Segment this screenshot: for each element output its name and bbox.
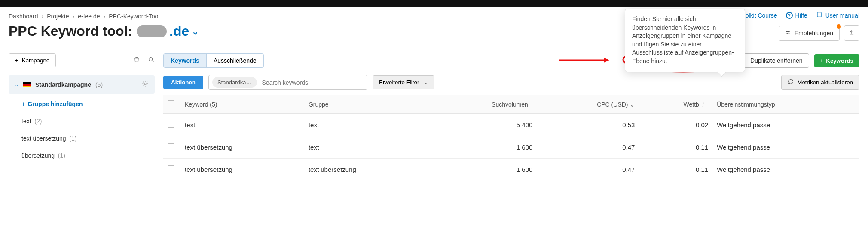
chevron-down-icon[interactable]: ⌄ — [192, 26, 199, 37]
sort-icon: ≡ — [219, 102, 221, 107]
cell-group: text übersetzung — [304, 159, 428, 181]
advanced-filter-button[interactable]: Erweiterte Filter⌄ — [373, 75, 434, 89]
cell-keyword: text — [180, 114, 304, 136]
chevron-down-icon: ⌄ — [630, 101, 635, 108]
sort-icon: ≡ — [706, 102, 708, 107]
refresh-icon — [788, 79, 794, 86]
cell-group: text — [304, 136, 428, 159]
plus-icon: + — [21, 101, 25, 107]
row-checkbox[interactable] — [168, 121, 174, 128]
add-campaign-button[interactable]: + Kampagne — [9, 53, 56, 67]
svg-point-3 — [144, 83, 146, 85]
table-row: text übersetzungtext1 6000,470,11Weitgeh… — [163, 136, 859, 159]
cell-cpc: 0,47 — [537, 159, 639, 181]
cell-volume: 1 600 — [428, 159, 537, 181]
tab-keywords[interactable]: Keywords — [164, 54, 206, 67]
sidebar-group-item[interactable]: übersetzung (1) — [21, 147, 155, 164]
col-comp[interactable]: Wettb. i≡ — [639, 95, 712, 114]
domain-masked — [137, 25, 167, 37]
col-group[interactable]: Gruppe≡ — [304, 95, 428, 114]
filter-chip[interactable]: Standardka… — [212, 77, 257, 88]
cell-match: Weitgehend passe — [712, 136, 859, 159]
cell-cpc: 0,53 — [537, 114, 639, 136]
keywords-table: Keyword (5)≡ Gruppe≡ Suchvolumen≡ CPC (U… — [163, 95, 859, 181]
sort-icon: ≡ — [530, 102, 532, 107]
sidebar-group-item[interactable]: text (2) — [21, 113, 155, 130]
tooltip-text: Finden Sie hier alle sich überschneidend… — [632, 15, 734, 64]
chevron-down-icon: ⌄ — [423, 79, 428, 86]
add-keywords-button[interactable]: +Keywords — [814, 54, 860, 67]
svg-marker-5 — [604, 58, 609, 63]
col-match[interactable]: Übereinstimmungstyp — [712, 95, 859, 114]
cross-negatives-tooltip: Finden Sie hier alle sich überschneidend… — [625, 9, 745, 72]
svg-point-0 — [788, 31, 789, 32]
cell-volume: 5 400 — [428, 114, 537, 136]
cell-match: Weitgehend passe — [712, 114, 859, 136]
col-volume[interactable]: Suchvolumen≡ — [428, 95, 537, 114]
remove-duplicates-button[interactable]: Duplikate entfernen — [744, 53, 809, 68]
chevron-down-icon[interactable]: ⌄ — [15, 82, 19, 88]
app-topbar — [0, 0, 868, 7]
breadcrumb: Dashboard› Projekte› e-fee.de› PPC-Keywo… — [9, 11, 199, 23]
question-icon: ? — [786, 12, 793, 19]
campaign-item[interactable]: ⌄ Standardkampagne (5) — [9, 75, 155, 94]
add-group-button[interactable]: +Gruppe hinzufügen — [21, 95, 155, 113]
gear-icon[interactable] — [142, 80, 149, 89]
refresh-metrics-button[interactable]: Metriken aktualisieren — [781, 75, 859, 90]
user-manual-link[interactable]: User manual — [816, 11, 859, 19]
top-links: olkit Course ?Hilfe User manual — [746, 11, 859, 19]
cell-cpc: 0,47 — [537, 136, 639, 159]
plus-icon: + — [820, 58, 824, 64]
search-icon[interactable] — [148, 56, 155, 64]
cell-keyword: text übersetzung — [180, 136, 304, 159]
tab-negative[interactable]: Ausschließende — [206, 54, 263, 67]
col-cpc[interactable]: CPC (USD) ⌄ — [537, 95, 639, 114]
svg-point-2 — [149, 58, 153, 61]
sidebar: + Kampagne ⌄ Standardkampagne (5) +Grupp… — [9, 53, 155, 181]
campaign-count: (5) — [95, 81, 103, 88]
keyword-type-tabs: Keywords Ausschließende — [163, 53, 264, 68]
breadcrumb-item[interactable]: Dashboard — [9, 13, 38, 20]
arrow-annotation — [559, 56, 610, 66]
cell-group: text — [304, 114, 428, 136]
sidebar-group-item[interactable]: text übersetzung (1) — [21, 130, 155, 147]
cell-comp: 0,11 — [639, 159, 712, 181]
cell-comp: 0,02 — [639, 114, 712, 136]
share-button[interactable] — [844, 25, 859, 41]
page-title-domain[interactable]: .de ⌄ — [137, 23, 199, 39]
select-all-checkbox[interactable] — [168, 100, 174, 107]
sort-icon: ≡ — [330, 102, 333, 107]
sliders-icon — [785, 30, 791, 37]
recommendations-button[interactable]: Empfehlungen — [779, 26, 840, 41]
share-icon — [849, 30, 855, 37]
book-icon — [816, 11, 823, 19]
breadcrumb-item[interactable]: e-fee.de — [78, 13, 100, 20]
search-input[interactable] — [260, 77, 364, 88]
table-row: text übersetzungtext übersetzung1 6000,4… — [163, 159, 859, 181]
row-checkbox[interactable] — [168, 143, 174, 150]
row-checkbox[interactable] — [168, 165, 174, 172]
table-row: texttext5 4000,530,02Weitgehend passe — [163, 114, 859, 136]
cell-volume: 1 600 — [428, 136, 537, 159]
col-keyword[interactable]: Keyword (5)≡ — [180, 95, 304, 114]
page-title: PPC Keyword tool: .de ⌄ — [9, 23, 199, 46]
cell-comp: 0,11 — [639, 136, 712, 159]
notification-dot-icon — [837, 24, 841, 29]
search-container: Standardka… — [208, 75, 367, 90]
campaign-name: Standardkampagne — [35, 81, 91, 88]
breadcrumb-item[interactable]: Projekte — [47, 13, 69, 20]
page-title-prefix: PPC Keyword tool: — [9, 23, 132, 39]
breadcrumb-item[interactable]: PPC-Keyword-Tool — [109, 13, 159, 20]
toolkit-course-link[interactable]: olkit Course — [746, 12, 777, 19]
plus-icon: + — [15, 57, 18, 64]
info-icon: i — [703, 101, 704, 108]
svg-point-1 — [787, 33, 788, 34]
cell-keyword: text übersetzung — [180, 159, 304, 181]
actions-button[interactable]: Aktionen — [163, 76, 203, 89]
cell-match: Weitgehend passe — [712, 159, 859, 181]
flag-de-icon — [23, 82, 31, 87]
help-link[interactable]: ?Hilfe — [786, 12, 807, 19]
trash-icon[interactable] — [133, 56, 140, 64]
